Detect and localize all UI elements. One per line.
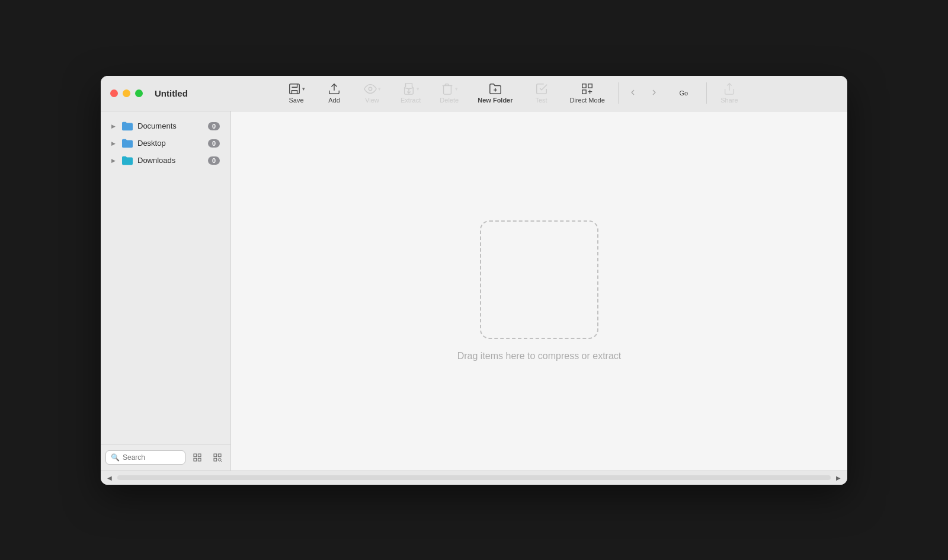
forward-icon	[649, 88, 659, 97]
sidebar-content: ▶ Documents 0 ▶	[101, 111, 230, 444]
svg-rect-0	[289, 84, 299, 94]
direct-mode-label: Direct Mode	[570, 97, 605, 104]
search-box[interactable]: 🔍	[105, 450, 185, 465]
test-icon	[535, 82, 548, 95]
new-folder-label: New Folder	[478, 97, 513, 104]
sidebar-item-downloads[interactable]: ▶ Downloads 0	[104, 152, 227, 169]
go-label: Go	[679, 89, 688, 97]
svg-rect-7	[588, 84, 592, 88]
documents-badge: 0	[208, 122, 220, 130]
documents-label: Documents	[137, 121, 208, 130]
direct-mode-icon	[581, 82, 594, 95]
delete-icon: ▾	[441, 82, 458, 95]
view-icon: ▾	[364, 82, 381, 95]
go-button[interactable]: Go	[666, 86, 702, 100]
svg-rect-15	[218, 454, 221, 457]
maximize-button[interactable]	[135, 89, 143, 97]
desktop-label: Desktop	[137, 139, 208, 148]
share-button[interactable]: Share	[712, 79, 747, 107]
bottom-bar: ◀ ▶	[101, 471, 847, 485]
downloads-badge: 0	[208, 156, 220, 165]
svg-point-17	[218, 458, 221, 461]
back-icon	[628, 88, 638, 97]
svg-rect-16	[214, 458, 217, 461]
search-icon: 🔍	[111, 453, 120, 462]
toolbar-divider-2	[706, 82, 707, 104]
go-back-button[interactable]	[623, 84, 642, 102]
toolbar-divider	[618, 82, 619, 104]
svg-rect-6	[582, 84, 586, 88]
downloads-label: Downloads	[137, 156, 208, 165]
svg-rect-14	[214, 454, 217, 457]
add-icon	[328, 82, 341, 95]
save-label: Save	[289, 97, 303, 104]
search-input[interactable]	[123, 453, 180, 462]
save-button[interactable]: ▾ Save	[278, 79, 314, 107]
preview-button[interactable]	[209, 449, 226, 466]
titlebar: Untitled ▾ Save	[101, 76, 847, 111]
view-button[interactable]: ▾ View	[354, 79, 390, 107]
traffic-lights	[110, 89, 143, 97]
delete-button[interactable]: ▾ Delete	[431, 79, 467, 107]
svg-rect-11	[198, 454, 201, 457]
documents-folder-icon	[121, 121, 134, 132]
share-label: Share	[720, 97, 738, 104]
sidebar-item-desktop[interactable]: ▶ Desktop 0	[104, 135, 227, 152]
new-folder-button[interactable]: New Folder	[469, 79, 521, 107]
view-label: View	[365, 97, 379, 104]
drop-hint: Drag items here to compress or extract	[457, 351, 622, 361]
test-label: Test	[535, 97, 547, 104]
scroll-left-button[interactable]: ◀	[104, 472, 115, 483]
add-label: Add	[328, 97, 340, 104]
app-window: Untitled ▾ Save	[101, 76, 847, 485]
desktop-badge: 0	[208, 139, 220, 148]
minimize-button[interactable]	[123, 89, 130, 97]
svg-line-18	[221, 460, 222, 462]
downloads-folder-icon	[121, 155, 134, 166]
drop-zone	[480, 220, 598, 339]
save-icon: ▾	[288, 82, 305, 95]
chevron-icon: ▶	[109, 139, 117, 148]
extract-button[interactable]: ▾ Extract	[392, 79, 429, 107]
svg-rect-8	[582, 90, 586, 94]
svg-rect-12	[194, 458, 197, 461]
grid-view-button[interactable]	[189, 449, 206, 466]
svg-rect-10	[194, 454, 197, 457]
sidebar-footer: 🔍	[101, 444, 230, 471]
close-button[interactable]	[110, 89, 118, 97]
window-title: Untitled	[155, 88, 188, 98]
scroll-track	[117, 475, 831, 480]
extract-icon: ▾	[402, 82, 419, 95]
content-area: Drag items here to compress or extract	[231, 111, 847, 471]
new-folder-icon	[489, 82, 502, 95]
chevron-icon: ▶	[109, 156, 117, 165]
direct-mode-button[interactable]: Direct Mode	[562, 79, 613, 107]
go-forward-button[interactable]	[645, 84, 664, 102]
share-icon	[723, 82, 736, 95]
sidebar: ▶ Documents 0 ▶	[101, 111, 231, 471]
chevron-icon: ▶	[109, 122, 117, 130]
scroll-right-button[interactable]: ▶	[833, 472, 844, 483]
svg-rect-13	[198, 458, 201, 461]
svg-point-2	[369, 87, 372, 91]
desktop-folder-icon	[121, 138, 134, 149]
main-area: ▶ Documents 0 ▶	[101, 111, 847, 471]
sidebar-item-documents[interactable]: ▶ Documents 0	[104, 118, 227, 135]
delete-label: Delete	[440, 97, 459, 104]
test-button[interactable]: Test	[524, 79, 559, 107]
add-button[interactable]: Add	[316, 79, 352, 107]
extract-label: Extract	[401, 97, 421, 104]
toolbar: ▾ Save Add	[188, 79, 838, 107]
